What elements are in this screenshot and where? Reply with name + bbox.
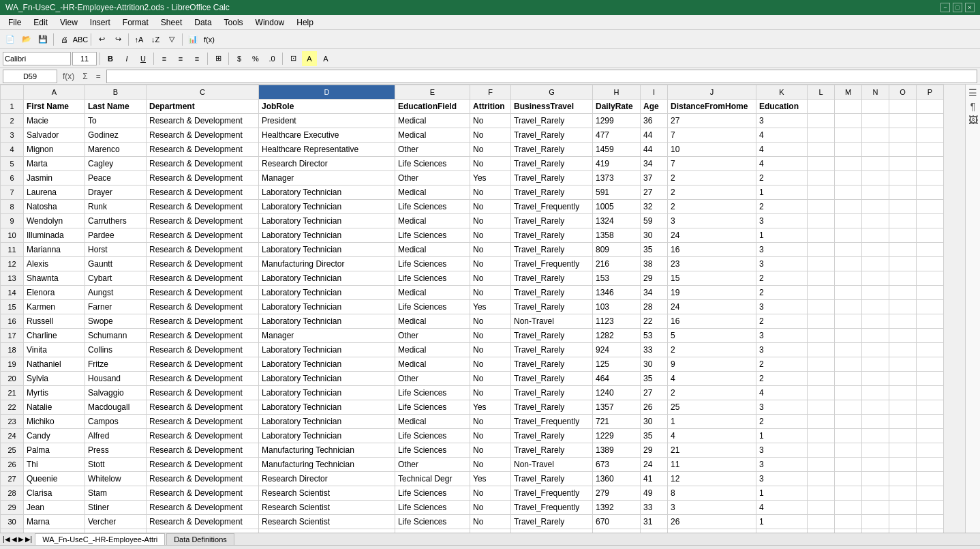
col-header-G[interactable]: G — [511, 85, 593, 100]
cell-P14[interactable] — [917, 286, 944, 300]
cell-O20[interactable] — [889, 372, 917, 386]
sort-desc-button[interactable]: ↓Z — [148, 32, 163, 47]
cell-P15[interactable] — [917, 300, 944, 314]
underline-button[interactable]: U — [136, 51, 151, 66]
spell-button[interactable]: ABC — [73, 32, 88, 47]
cell-L1[interactable] — [808, 100, 835, 114]
row-number[interactable]: 31 — [1, 529, 24, 533]
cell-G20[interactable]: Travel_Rarely — [511, 372, 593, 386]
print-button[interactable]: 🖨 — [57, 32, 72, 47]
cell-E28[interactable]: Life Sciences — [395, 486, 470, 501]
cell-B27[interactable]: Whitelow — [85, 472, 147, 486]
cell-D8[interactable]: Laboratory Technician — [259, 200, 395, 214]
cell-N1[interactable] — [862, 100, 889, 114]
border-button[interactable]: ⊡ — [286, 51, 301, 66]
cell-M8[interactable] — [835, 200, 862, 214]
menu-insert[interactable]: Insert — [85, 16, 116, 29]
cell-J1[interactable]: DistanceFromHome — [668, 100, 756, 114]
cell-G15[interactable]: Travel_Rarely — [511, 300, 593, 314]
cell-E12[interactable]: Life Sciences — [395, 257, 470, 271]
cell-A19[interactable]: Nathaniel — [24, 357, 85, 372]
menu-tools[interactable]: Tools — [219, 16, 249, 29]
cell-N15[interactable] — [862, 300, 889, 314]
cell-G2[interactable]: Travel_Rarely — [511, 114, 593, 128]
cell-J4[interactable]: 10 — [668, 143, 756, 157]
cell-M9[interactable] — [835, 214, 862, 228]
row-number[interactable]: 18 — [1, 343, 24, 357]
cell-E13[interactable]: Life Sciences — [395, 271, 470, 286]
cell-F12[interactable]: No — [470, 257, 511, 271]
cell-M15[interactable] — [835, 300, 862, 314]
cell-N27[interactable] — [862, 472, 889, 486]
cell-L18[interactable] — [808, 343, 835, 357]
cell-E8[interactable]: Life Sciences — [395, 200, 470, 214]
cell-D6[interactable]: Manager — [259, 171, 395, 186]
cell-O8[interactable] — [889, 200, 917, 214]
cell-N16[interactable] — [862, 314, 889, 329]
cell-G30[interactable]: Travel_Rarely — [511, 515, 593, 529]
function-wizard-icon[interactable]: f(x) — [60, 72, 77, 81]
col-header-E[interactable]: E — [395, 85, 470, 100]
cell-I19[interactable]: 30 — [641, 357, 668, 372]
cell-M29[interactable] — [835, 501, 862, 515]
cell-J19[interactable]: 9 — [668, 357, 756, 372]
cell-A2[interactable]: Macie — [24, 114, 85, 128]
cell-G1[interactable]: BusinessTravel — [511, 100, 593, 114]
cell-E21[interactable]: Life Sciences — [395, 386, 470, 400]
cell-E20[interactable]: Other — [395, 372, 470, 386]
cell-B29[interactable]: Stiner — [85, 501, 147, 515]
font-size-input[interactable] — [72, 52, 97, 65]
cell-O21[interactable] — [889, 386, 917, 400]
cell-B19[interactable]: Fritze — [85, 357, 147, 372]
cell-A12[interactable]: Alexis — [24, 257, 85, 271]
cell-E4[interactable]: Other — [395, 143, 470, 157]
row-number[interactable]: 12 — [1, 257, 24, 271]
row-number[interactable]: 27 — [1, 472, 24, 486]
row-number[interactable]: 30 — [1, 515, 24, 529]
cell-K7[interactable]: 1 — [756, 186, 808, 200]
cell-F22[interactable]: Yes — [470, 400, 511, 415]
cell-I25[interactable]: 29 — [641, 443, 668, 458]
cell-G5[interactable]: Travel_Rarely — [511, 157, 593, 171]
cell-F27[interactable]: Yes — [470, 472, 511, 486]
cell-K25[interactable]: 3 — [756, 443, 808, 458]
cell-B21[interactable]: Salvaggio — [85, 386, 147, 400]
cell-J6[interactable]: 2 — [668, 171, 756, 186]
cell-O26[interactable] — [889, 458, 917, 472]
cell-K6[interactable]: 2 — [756, 171, 808, 186]
cell-O13[interactable] — [889, 271, 917, 286]
cell-F20[interactable]: No — [470, 372, 511, 386]
cell-E3[interactable]: Medical — [395, 128, 470, 143]
cell-G9[interactable]: Travel_Rarely — [511, 214, 593, 228]
cell-F21[interactable]: No — [470, 386, 511, 400]
cell-A16[interactable]: Russell — [24, 314, 85, 329]
cell-F2[interactable]: No — [470, 114, 511, 128]
cell-D9[interactable]: Laboratory Technician — [259, 214, 395, 228]
cell-K20[interactable]: 2 — [756, 372, 808, 386]
cell-I3[interactable]: 44 — [641, 128, 668, 143]
cell-N25[interactable] — [862, 443, 889, 458]
cell-B22[interactable]: Macdougall — [85, 400, 147, 415]
cell-O1[interactable] — [889, 100, 917, 114]
cell-F11[interactable]: No — [470, 243, 511, 257]
cell-K8[interactable]: 2 — [756, 200, 808, 214]
cell-N3[interactable] — [862, 128, 889, 143]
cell-H3[interactable]: 477 — [593, 128, 641, 143]
row-number[interactable]: 29 — [1, 501, 24, 515]
col-header-F[interactable]: F — [470, 85, 511, 100]
menu-data[interactable]: Data — [189, 16, 217, 29]
row-number[interactable]: 26 — [1, 458, 24, 472]
cell-H8[interactable]: 1005 — [593, 200, 641, 214]
cell-G27[interactable]: Travel_Rarely — [511, 472, 593, 486]
sheet-tab-1[interactable]: WA_Fn-UseC_-HR-Employee-Attri — [35, 533, 165, 545]
cell-C13[interactable]: Research & Development — [147, 271, 259, 286]
cell-E9[interactable]: Medical — [395, 214, 470, 228]
cell-E15[interactable]: Life Sciences — [395, 300, 470, 314]
row-number[interactable]: 20 — [1, 372, 24, 386]
cell-I14[interactable]: 34 — [641, 286, 668, 300]
cell-H30[interactable]: 670 — [593, 515, 641, 529]
row-number[interactable]: 7 — [1, 186, 24, 200]
cell-H1[interactable]: DailyRate — [593, 100, 641, 114]
cell-O9[interactable] — [889, 214, 917, 228]
cell-L30[interactable] — [808, 515, 835, 529]
